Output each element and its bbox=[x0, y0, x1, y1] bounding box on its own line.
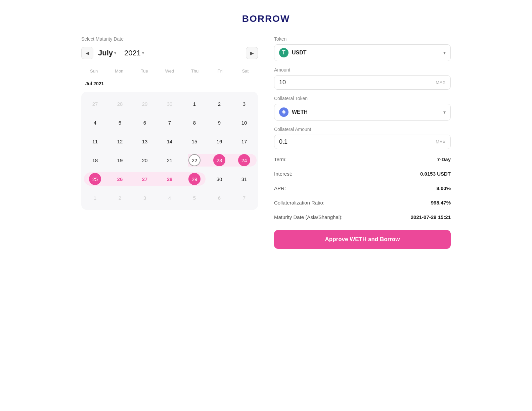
cal-day-19[interactable]: 19 bbox=[107, 151, 132, 170]
cal-day[interactable]: 5 bbox=[182, 188, 207, 207]
amount-field-group: Amount MAX bbox=[274, 67, 451, 90]
page-title: BORROW bbox=[242, 13, 290, 24]
cal-day[interactable]: 4 bbox=[157, 188, 182, 207]
cal-day-30[interactable]: 30 bbox=[207, 170, 232, 188]
cal-day-2[interactable]: 2 bbox=[207, 94, 232, 113]
cal-day-7[interactable]: 7 bbox=[157, 113, 182, 132]
approve-borrow-button[interactable]: Approve WETH and Borrow bbox=[274, 230, 451, 249]
cal-day-29[interactable]: 29 bbox=[182, 170, 207, 188]
maturity-value: 2021-07-29 15:21 bbox=[411, 214, 451, 220]
calendar-nav: ◀ July ▾ 2021 ▾ ▶ bbox=[81, 47, 258, 59]
collateral-amount-input-wrap: MAX bbox=[274, 135, 451, 149]
year-chevron-icon: ▾ bbox=[142, 51, 144, 55]
calendar-week-4: 18 19 20 21 22 23 24 bbox=[83, 151, 257, 170]
month-select[interactable]: July ▾ bbox=[95, 47, 120, 59]
weekday-header: Sun Mon Tue Wed Thu Fri Sat bbox=[81, 66, 258, 76]
usdt-icon: T bbox=[279, 48, 289, 57]
term-value: 7-Day bbox=[437, 156, 451, 162]
cal-day-4[interactable]: 4 bbox=[83, 113, 107, 132]
collateral-max-button[interactable]: MAX bbox=[436, 139, 446, 144]
token-select[interactable]: T USDT ▾ bbox=[274, 44, 451, 61]
cal-day-27[interactable]: 27 bbox=[132, 170, 157, 188]
collateral-ratio-row: Collateralization Ratio: 998.47% bbox=[274, 198, 451, 207]
calendar-week-2: 4 5 6 7 8 9 10 bbox=[83, 113, 257, 132]
collateral-amount-input[interactable] bbox=[279, 138, 436, 145]
cal-day-6[interactable]: 6 bbox=[132, 113, 157, 132]
cal-day-22[interactable]: 22 bbox=[182, 151, 207, 170]
cal-day[interactable]: 3 bbox=[132, 188, 157, 207]
cal-day-16[interactable]: 16 bbox=[207, 132, 232, 151]
cal-day-23[interactable]: 23 bbox=[207, 151, 232, 170]
cal-day-26[interactable]: 26 bbox=[107, 170, 132, 188]
year-select[interactable]: 2021 ▾ bbox=[121, 47, 147, 59]
weekday-tue: Tue bbox=[132, 66, 157, 76]
collateral-amount-label: Collateral Amount bbox=[274, 127, 451, 132]
divider bbox=[439, 49, 439, 57]
amount-max-button[interactable]: MAX bbox=[436, 80, 446, 85]
cal-day[interactable]: 7 bbox=[232, 188, 257, 207]
cal-day-5[interactable]: 5 bbox=[107, 113, 132, 132]
cal-day[interactable]: 28 bbox=[107, 94, 132, 113]
cal-day-14[interactable]: 14 bbox=[157, 132, 182, 151]
month-chevron-icon: ▾ bbox=[114, 51, 116, 55]
cal-day-20[interactable]: 20 bbox=[132, 151, 157, 170]
calendar-section: Select Maturity Date ◀ July ▾ 2021 ▾ ▶ S… bbox=[81, 36, 258, 210]
cal-day-10[interactable]: 10 bbox=[232, 113, 257, 132]
cal-day-31[interactable]: 31 bbox=[232, 170, 257, 188]
cal-day-24[interactable]: 24 bbox=[232, 151, 257, 170]
calendar-body: 27 28 29 30 1 2 3 4 5 6 7 8 9 10 11 bbox=[81, 92, 258, 210]
collateral-amount-field-group: Collateral Amount MAX bbox=[274, 127, 451, 149]
cal-day-11[interactable]: 11 bbox=[83, 132, 107, 151]
cal-day-13[interactable]: 13 bbox=[132, 132, 157, 151]
apr-value: 8.00% bbox=[436, 185, 451, 191]
amount-input[interactable] bbox=[279, 79, 436, 86]
collateral-ratio-value: 998.47% bbox=[431, 200, 451, 205]
interest-label: Interest: bbox=[274, 171, 292, 177]
cal-day-17[interactable]: 17 bbox=[232, 132, 257, 151]
collateral-token-label: Collateral Token bbox=[274, 96, 451, 101]
cal-day[interactable]: 29 bbox=[132, 94, 157, 113]
cal-day-12[interactable]: 12 bbox=[107, 132, 132, 151]
year-label: 2021 bbox=[124, 49, 141, 57]
cal-day[interactable]: 2 bbox=[107, 188, 132, 207]
weekday-fri: Fri bbox=[208, 66, 233, 76]
cal-day[interactable]: 1 bbox=[83, 188, 107, 207]
calendar-week-5: 25 26 27 28 29 30 31 bbox=[83, 170, 257, 188]
cal-day-21[interactable]: 21 bbox=[157, 151, 182, 170]
token-chevron-icon: ▾ bbox=[443, 50, 446, 55]
cal-day-3[interactable]: 3 bbox=[232, 94, 257, 113]
weekday-wed: Wed bbox=[157, 66, 182, 76]
apr-label: APR: bbox=[274, 185, 286, 191]
interest-value: 0.0153 USDT bbox=[420, 171, 451, 177]
weekday-mon: Mon bbox=[106, 66, 132, 76]
cal-day-1[interactable]: 1 bbox=[182, 94, 207, 113]
calendar-week-6: 1 2 3 4 5 6 7 bbox=[83, 188, 257, 207]
cal-day-28[interactable]: 28 bbox=[157, 170, 182, 188]
token-field-group: Token T USDT ▾ bbox=[274, 36, 451, 61]
next-month-button[interactable]: ▶ bbox=[246, 47, 258, 59]
token-name: USDT bbox=[292, 50, 435, 56]
form-section: Token T USDT ▾ Amount MAX Collateral Tok… bbox=[274, 36, 451, 249]
maturity-label: Maturity Date (Asia/Shanghai): bbox=[274, 214, 343, 220]
prev-month-button[interactable]: ◀ bbox=[81, 47, 93, 59]
cal-day[interactable]: 30 bbox=[157, 94, 182, 113]
weekday-sat: Sat bbox=[233, 66, 258, 76]
maturity-row: Maturity Date (Asia/Shanghai): 2021-07-2… bbox=[274, 213, 451, 221]
term-row: Term: 7-Day bbox=[274, 155, 451, 164]
month-label: July bbox=[98, 49, 113, 57]
cal-day[interactable]: 27 bbox=[83, 94, 107, 113]
cal-day[interactable]: 6 bbox=[207, 188, 232, 207]
cal-day-8[interactable]: 8 bbox=[182, 113, 207, 132]
cal-day-15[interactable]: 15 bbox=[182, 132, 207, 151]
cal-day-18[interactable]: 18 bbox=[83, 151, 107, 170]
weekday-sun: Sun bbox=[81, 66, 106, 76]
cal-day-25[interactable]: 25 bbox=[83, 170, 107, 188]
collateral-token-name: WETH bbox=[292, 109, 435, 115]
cal-day-9[interactable]: 9 bbox=[207, 113, 232, 132]
calendar-week-3: 11 12 13 14 15 16 17 bbox=[83, 132, 257, 151]
interest-row: Interest: 0.0153 USDT bbox=[274, 170, 451, 178]
collateral-token-field-group: Collateral Token WETH ▾ bbox=[274, 96, 451, 121]
weth-icon bbox=[279, 107, 289, 117]
collateral-token-select[interactable]: WETH ▾ bbox=[274, 104, 451, 121]
month-year-label: Jul 2021 bbox=[81, 78, 258, 89]
